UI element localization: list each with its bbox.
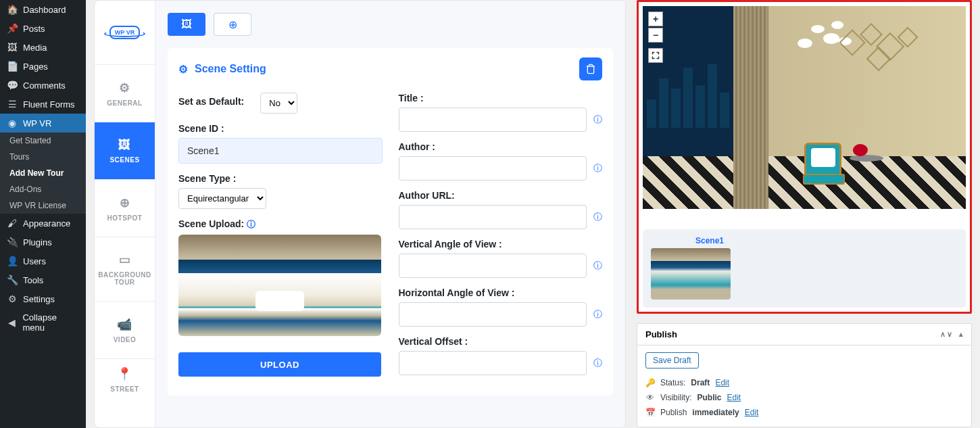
zoom-out-button[interactable]: − bbox=[648, 28, 663, 43]
menu-pages[interactable]: 📄Pages bbox=[0, 57, 86, 76]
haov-input[interactable] bbox=[399, 302, 587, 327]
info-icon[interactable]: ⓘ bbox=[593, 114, 602, 126]
submenu-add-new-tour[interactable]: Add New Tour bbox=[0, 165, 86, 181]
info-icon[interactable]: ⓘ bbox=[593, 357, 602, 369]
scene-type-select[interactable]: Equirectangular bbox=[178, 188, 266, 209]
menu-posts[interactable]: 📌Posts bbox=[0, 19, 86, 38]
menu-settings[interactable]: ⚙Settings bbox=[0, 289, 86, 308]
fullscreen-button[interactable] bbox=[648, 48, 663, 63]
add-scene-tab[interactable]: ⊕ bbox=[214, 13, 251, 36]
pages-icon: 📄 bbox=[7, 61, 18, 72]
form-icon: ☰ bbox=[7, 99, 18, 110]
calendar-icon: 📅 bbox=[645, 408, 655, 417]
menu-label: Users bbox=[23, 256, 46, 266]
visibility-label: Visibility: bbox=[660, 393, 691, 402]
content-area: 🖼 ⊕ ⚙ Scene Setting bbox=[155, 1, 625, 427]
submenu-tours[interactable]: Tours bbox=[0, 149, 86, 165]
brush-icon: 🖌 bbox=[7, 218, 18, 229]
wpvr-logo: WP VR bbox=[95, 1, 155, 65]
dashboard-icon: 🏠 bbox=[7, 4, 18, 15]
tab-scenes[interactable]: 🖼SCENES bbox=[95, 122, 155, 180]
menu-label: Posts bbox=[23, 24, 45, 34]
upload-button[interactable]: UPLOAD bbox=[178, 352, 381, 377]
menu-label: Dashboard bbox=[23, 5, 66, 15]
zoom-in-button[interactable]: + bbox=[648, 11, 663, 26]
delete-scene-button[interactable] bbox=[579, 57, 602, 80]
submenu-get-started[interactable]: Get Started bbox=[0, 133, 86, 149]
scene-upload-preview[interactable] bbox=[178, 235, 381, 336]
submenu-license[interactable]: WP VR License bbox=[0, 197, 86, 214]
menu-tools[interactable]: 🔧Tools bbox=[0, 270, 86, 289]
author-label: Author : bbox=[399, 141, 603, 152]
image-icon: 🖼 bbox=[118, 138, 131, 152]
tab-label: STREET bbox=[110, 385, 139, 393]
menu-label: Pages bbox=[23, 62, 48, 72]
pin-icon: 📌 bbox=[7, 23, 18, 34]
scene-setting-title: Scene Setting bbox=[195, 63, 266, 75]
author-url-input[interactable] bbox=[399, 205, 587, 229]
voffset-input[interactable] bbox=[399, 351, 587, 375]
vaov-input[interactable] bbox=[399, 254, 587, 278]
edit-schedule-link[interactable]: Edit bbox=[745, 408, 759, 417]
tab-street[interactable]: 📍STREET bbox=[95, 359, 155, 400]
menu-media[interactable]: 🖼Media bbox=[0, 38, 86, 57]
title-input[interactable] bbox=[399, 108, 587, 132]
menu-fluent-forms[interactable]: ☰Fluent Forms bbox=[0, 95, 86, 114]
info-icon[interactable]: ⓘ bbox=[593, 162, 602, 174]
plug-icon: 🔌 bbox=[7, 237, 18, 247]
schedule-label: Publish bbox=[660, 408, 687, 417]
tab-general[interactable]: ⚙GENERAL bbox=[95, 65, 155, 122]
vr-icon: ◉ bbox=[7, 118, 18, 128]
info-icon[interactable]: ⓘ bbox=[593, 260, 602, 272]
edit-status-link[interactable]: Edit bbox=[715, 378, 729, 387]
target-icon: ⊕ bbox=[120, 195, 130, 210]
publish-toggle-arrows[interactable]: ∧∨ ▴ bbox=[940, 330, 963, 339]
scene-image-tab[interactable]: 🖼 bbox=[168, 13, 205, 36]
menu-label: Fluent Forms bbox=[23, 99, 75, 110]
menu-collapse[interactable]: ◀Collapse menu bbox=[0, 308, 86, 337]
tab-label: BACKGROUND TOUR bbox=[95, 271, 155, 286]
user-icon: 👤 bbox=[7, 256, 18, 266]
tab-background-tour[interactable]: ▭BACKGROUND TOUR bbox=[95, 237, 155, 302]
street-icon: 📍 bbox=[117, 366, 132, 381]
publish-title: Publish bbox=[645, 329, 677, 339]
menu-label: Tools bbox=[23, 275, 43, 285]
menu-users[interactable]: 👤Users bbox=[0, 252, 86, 270]
author-input[interactable] bbox=[399, 156, 587, 181]
menu-appearance[interactable]: 🖌Appearance bbox=[0, 214, 86, 233]
panorama-controls: + − bbox=[648, 11, 663, 63]
sliders-icon: ⚙ bbox=[7, 293, 18, 304]
preview-box: + − Scene1 bbox=[637, 0, 972, 314]
eye-icon: 👁 bbox=[645, 393, 655, 402]
set-default-select[interactable]: No bbox=[260, 93, 297, 114]
submenu-addons[interactable]: Add-Ons bbox=[0, 181, 86, 197]
menu-plugins[interactable]: 🔌Plugins bbox=[0, 233, 86, 252]
visibility-value: Public bbox=[697, 393, 721, 402]
image-icon: 🖼 bbox=[181, 18, 192, 30]
chevron-up-icon: ∧ bbox=[940, 330, 946, 339]
scene-upload-label: Scene Upload: ⓘ bbox=[178, 218, 383, 231]
tab-video[interactable]: 📹VIDEO bbox=[95, 302, 155, 359]
tab-hotspot[interactable]: ⊕HOTSPOT bbox=[95, 180, 155, 237]
info-icon[interactable]: ⓘ bbox=[593, 308, 602, 320]
info-icon[interactable]: ⓘ bbox=[593, 211, 602, 223]
tab-label: VIDEO bbox=[114, 336, 137, 343]
save-draft-button[interactable]: Save Draft bbox=[645, 352, 699, 368]
gear-icon: ⚙ bbox=[119, 80, 130, 95]
panorama-viewer[interactable]: + − bbox=[643, 6, 966, 209]
menu-comments[interactable]: 💬Comments bbox=[0, 76, 86, 95]
info-icon[interactable]: ⓘ bbox=[247, 219, 255, 229]
trash-icon bbox=[585, 64, 596, 74]
edit-visibility-link[interactable]: Edit bbox=[727, 393, 741, 402]
set-default-label: Set as Default: bbox=[178, 96, 244, 107]
collapse-icon: ◀ bbox=[7, 317, 17, 328]
status-value: Draft bbox=[691, 378, 710, 387]
menu-dashboard[interactable]: 🏠Dashboard bbox=[0, 0, 86, 19]
scene-setting-card: ⚙ Scene Setting Set as Default: No bbox=[168, 48, 613, 396]
fullscreen-icon bbox=[652, 51, 660, 60]
plus-icon: ⊕ bbox=[228, 18, 237, 31]
menu-wp-vr[interactable]: ◉WP VR bbox=[0, 114, 86, 133]
author-url-label: Author URL: bbox=[399, 190, 603, 201]
carousel-thumb[interactable] bbox=[651, 248, 731, 300]
scene-id-label: Scene ID : bbox=[178, 123, 383, 134]
